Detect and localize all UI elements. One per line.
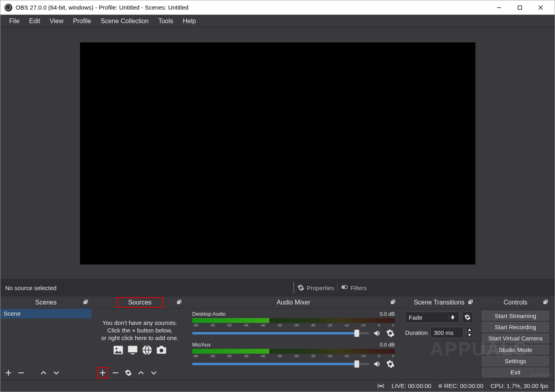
volume-slider[interactable] bbox=[192, 332, 369, 334]
source-up-button[interactable] bbox=[135, 367, 147, 378]
scenes-title: Scenes bbox=[35, 299, 56, 306]
scenes-toolbar bbox=[0, 366, 92, 380]
preview-area bbox=[0, 28, 555, 279]
svg-rect-5 bbox=[128, 346, 137, 352]
volume-slider[interactable] bbox=[192, 363, 369, 365]
controls-header: Controls bbox=[479, 296, 551, 308]
preview-canvas[interactable] bbox=[80, 42, 476, 265]
browser-source-icon bbox=[141, 344, 153, 356]
sources-title: Sources bbox=[116, 297, 164, 308]
duration-up-button[interactable] bbox=[466, 327, 473, 332]
channel-gear-icon[interactable] bbox=[386, 329, 395, 338]
channel-db: 0.0 dB bbox=[380, 311, 395, 317]
sources-toolbar bbox=[95, 366, 185, 380]
svg-point-4 bbox=[115, 348, 117, 350]
cpu-stats: CPU: 1.7%, 30.00 fps bbox=[491, 382, 548, 389]
transitions-header: Scene Transitions bbox=[402, 296, 476, 308]
live-time: LIVE: 00:00:00 bbox=[392, 382, 431, 389]
start-streaming-button[interactable]: Start Streaming bbox=[482, 311, 549, 320]
channel-name: Desktop Audio bbox=[192, 311, 226, 317]
scene-remove-button[interactable] bbox=[16, 367, 27, 378]
menu-view[interactable]: View bbox=[45, 16, 68, 26]
sources-list[interactable]: You don't have any sources. Click the + … bbox=[95, 308, 185, 366]
image-source-icon bbox=[113, 344, 124, 356]
popout-icon[interactable] bbox=[176, 299, 183, 305]
window-title: OBS 27.0.0 (64-bit, windows) - Profile: … bbox=[16, 4, 489, 11]
transition-settings-button[interactable] bbox=[462, 312, 473, 323]
mixer-header: Audio Mixer bbox=[188, 296, 399, 308]
duration-value: 300 ms bbox=[434, 329, 454, 336]
mixer-title: Audio Mixer bbox=[277, 299, 310, 306]
transitions-body: Fade Duration 300 ms bbox=[402, 308, 476, 380]
menu-profile[interactable]: Profile bbox=[68, 16, 96, 26]
popout-icon[interactable] bbox=[467, 299, 474, 305]
transition-select[interactable]: Fade bbox=[405, 312, 460, 323]
audio-meter bbox=[192, 349, 395, 354]
scene-down-button[interactable] bbox=[51, 367, 62, 378]
channel-gear-icon[interactable] bbox=[386, 360, 395, 368]
source-add-button[interactable] bbox=[97, 367, 108, 378]
settings-button[interactable]: Settings bbox=[482, 356, 549, 366]
meter-ticks: -60-55-50-45-40-35-30-25-20-15-10-50 bbox=[192, 323, 395, 327]
display-source-icon bbox=[127, 344, 138, 356]
popout-icon[interactable] bbox=[83, 299, 89, 305]
minimize-button[interactable] bbox=[489, 0, 509, 14]
svg-point-11 bbox=[380, 385, 382, 387]
menu-tools[interactable]: Tools bbox=[153, 16, 178, 26]
source-remove-button[interactable] bbox=[110, 367, 121, 378]
statusbar: LIVE: 00:00:00 REC: 00:00:00 CPU: 1.7%, … bbox=[0, 380, 555, 392]
mixer-channel-mic: Mic/Aux0.0 dB -60-55-50-45-40-35-30-25-2… bbox=[188, 339, 399, 370]
broadcast-icon bbox=[377, 382, 384, 390]
duration-label: Duration bbox=[405, 329, 428, 336]
menubar: File Edit View Profile Scene Collection … bbox=[0, 15, 555, 28]
audio-meter bbox=[192, 318, 395, 323]
camera-source-icon bbox=[156, 344, 167, 356]
menu-edit[interactable]: Edit bbox=[24, 16, 45, 26]
sources-empty-line: or right click here to add one. bbox=[101, 334, 178, 341]
context-toolbar: No source selected Properties Filters bbox=[0, 279, 555, 296]
sources-empty-line: You don't have any sources. bbox=[102, 319, 177, 326]
popout-icon[interactable] bbox=[390, 299, 396, 305]
rec-time: REC: 00:00:00 bbox=[444, 382, 483, 389]
duration-down-button[interactable] bbox=[466, 332, 473, 338]
menu-file[interactable]: File bbox=[4, 16, 24, 26]
channel-db: 0.0 dB bbox=[380, 342, 395, 348]
no-source-label: No source selected bbox=[5, 285, 56, 291]
properties-button[interactable]: Properties bbox=[293, 282, 337, 293]
select-arrows-icon bbox=[449, 315, 456, 320]
close-button[interactable] bbox=[531, 0, 551, 14]
svg-rect-6 bbox=[131, 353, 134, 354]
popout-icon[interactable] bbox=[543, 299, 549, 305]
mixer-body: Desktop Audio0.0 dB -60-55-50-45-40-35-3… bbox=[188, 308, 399, 380]
source-down-button[interactable] bbox=[148, 367, 159, 378]
scene-add-button[interactable] bbox=[3, 367, 14, 378]
transitions-title: Scene Transitions bbox=[414, 299, 464, 306]
scenes-header: Scenes bbox=[0, 296, 92, 308]
speaker-icon[interactable] bbox=[373, 360, 382, 368]
svg-rect-10 bbox=[159, 346, 163, 348]
rec-dot-icon bbox=[438, 384, 442, 388]
app-icon bbox=[4, 4, 12, 12]
meter-ticks: -60-55-50-45-40-35-30-25-20-15-10-50 bbox=[192, 354, 395, 358]
studio-mode-button[interactable]: Studio Mode bbox=[482, 345, 549, 354]
mixer-channel-desktop: Desktop Audio0.0 dB -60-55-50-45-40-35-3… bbox=[188, 308, 399, 339]
controls-body: Start Streaming Start Recording Start Vi… bbox=[479, 308, 551, 380]
start-virtual-camera-button[interactable]: Start Virtual Camera bbox=[482, 334, 549, 343]
scene-up-button[interactable] bbox=[38, 367, 49, 378]
watermark-text: wsxdn.com bbox=[530, 372, 552, 377]
duration-input[interactable]: 300 ms bbox=[430, 327, 463, 338]
start-recording-button[interactable]: Start Recording bbox=[482, 322, 549, 332]
scenes-list[interactable]: Scene bbox=[0, 308, 92, 366]
menu-scene-collection[interactable]: Scene Collection bbox=[96, 16, 153, 26]
channel-name: Mic/Aux bbox=[192, 342, 211, 348]
scene-item[interactable]: Scene bbox=[0, 308, 92, 318]
controls-title: Controls bbox=[503, 299, 527, 306]
maximize-button[interactable] bbox=[510, 0, 530, 14]
filters-button[interactable]: Filters bbox=[337, 282, 370, 293]
speaker-icon[interactable] bbox=[373, 329, 382, 338]
sources-header: Sources bbox=[95, 296, 185, 308]
svg-point-9 bbox=[159, 348, 163, 352]
menu-help[interactable]: Help bbox=[178, 16, 201, 26]
source-settings-button[interactable] bbox=[123, 367, 134, 378]
titlebar: OBS 27.0.0 (64-bit, windows) - Profile: … bbox=[0, 0, 555, 15]
